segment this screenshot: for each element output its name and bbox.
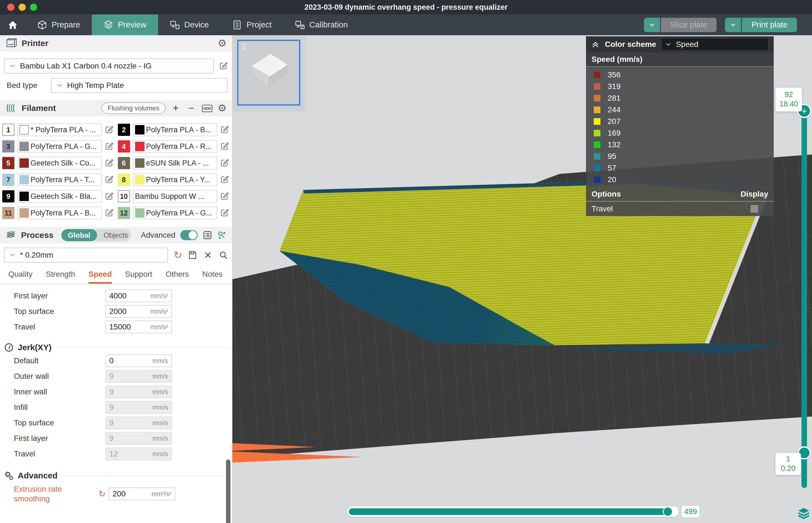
nav-tab-calibration[interactable]: Calibration xyxy=(283,14,359,35)
filament-edit-button[interactable] xyxy=(105,208,114,218)
filament-number-badge[interactable]: 1 xyxy=(2,124,14,136)
color-scheme-select[interactable]: Speed xyxy=(661,38,769,51)
param-field[interactable]: 2000mm/s² xyxy=(105,305,172,318)
filament-edit-button[interactable] xyxy=(220,125,229,134)
filament-edit-button[interactable] xyxy=(220,142,229,151)
print-dropdown-button[interactable] xyxy=(725,18,741,32)
parameter-search-icon[interactable] xyxy=(217,230,227,240)
filament-slot-5: 5Geetech Silk - Co... xyxy=(2,157,114,169)
param-field[interactable]: 0mm/s xyxy=(105,355,172,367)
param-field[interactable]: 15000mm/s² xyxy=(105,321,172,333)
slice-dropdown-button[interactable] xyxy=(644,18,660,32)
legend-item: 356 xyxy=(586,69,774,81)
process-preset-select[interactable]: * 0.20mm xyxy=(4,248,168,263)
filament-preset-select[interactable]: * PolyTerra PLA - ... xyxy=(17,123,102,136)
filament-preset-select[interactable]: PolyTerra PLA - B... xyxy=(133,123,217,136)
filament-edit-button[interactable] xyxy=(105,142,114,151)
layer-slider-track[interactable] xyxy=(801,111,807,488)
extrusion-rate-smoothing-field[interactable]: 200 mm³/s² xyxy=(109,487,175,500)
advanced-toggle[interactable] xyxy=(180,230,198,240)
filament-number-badge[interactable]: 9 xyxy=(2,190,14,202)
filament-edit-button[interactable] xyxy=(105,158,114,168)
process-tab-speed[interactable]: Speed xyxy=(88,270,112,284)
delete-preset-button[interactable] xyxy=(203,250,213,260)
filament-preset-select[interactable]: PolyTerra PLA - B... xyxy=(17,206,102,219)
param-field: 9mm/s xyxy=(105,370,172,383)
filament-number-badge[interactable]: 10 xyxy=(118,190,130,202)
filament-number-badge[interactable]: 7 xyxy=(2,174,14,186)
move-slider-track[interactable] xyxy=(347,506,679,517)
nav-tab-prepare[interactable]: Prepare xyxy=(25,14,92,35)
chevron-down-icon xyxy=(729,21,737,29)
filament-number-badge[interactable]: 8 xyxy=(118,174,130,186)
filament-preset-select[interactable]: Bambu Support W ... xyxy=(133,190,217,203)
filament-number-badge[interactable]: 4 xyxy=(118,140,130,152)
slice-plate-button[interactable]: Slice plate xyxy=(661,18,717,32)
reset-preset-button[interactable]: ↻ xyxy=(174,250,182,260)
printer-settings-gear-icon[interactable]: ⚙ xyxy=(218,38,227,48)
plate-thumbnail[interactable]: 1 xyxy=(237,40,300,106)
filament-number-badge[interactable]: 12 xyxy=(118,207,130,219)
travel-checkbox[interactable] xyxy=(751,205,758,213)
filament-number-badge[interactable]: 3 xyxy=(2,140,14,152)
filament-edit-button[interactable] xyxy=(220,158,229,168)
param-unit: mm/s² xyxy=(150,292,168,300)
search-parameters-button[interactable] xyxy=(218,250,229,260)
print-plate-button[interactable]: Print plate xyxy=(742,18,797,32)
settings-list-icon[interactable] xyxy=(203,230,212,240)
filament-preset-select[interactable]: PolyTerra PLA - Y... xyxy=(133,173,217,186)
filament-number-badge[interactable]: 6 xyxy=(118,157,130,169)
filament-edit-button[interactable] xyxy=(220,175,229,184)
filament-preset-select[interactable]: eSUN Silk PLA - ... xyxy=(133,157,217,169)
param-field[interactable]: 4000mm/s² xyxy=(105,289,172,302)
filament-preset-select[interactable]: PolyTerra PLA - G... xyxy=(17,140,102,153)
filament-edit-button[interactable] xyxy=(105,175,114,184)
process-tab-strength[interactable]: Strength xyxy=(46,270,75,284)
process-scope-global[interactable]: Global xyxy=(61,229,97,241)
filament-settings-gear-icon[interactable]: ⚙ xyxy=(218,103,227,113)
filament-preset-select[interactable]: Geetech Silk - Bla... xyxy=(17,190,102,203)
save-preset-button[interactable] xyxy=(187,250,197,260)
chevron-down-icon xyxy=(56,82,63,89)
nav-tab-device[interactable]: Device xyxy=(158,14,220,35)
process-tab-support[interactable]: Support xyxy=(125,270,152,284)
filament-number-badge[interactable]: 5 xyxy=(2,157,14,169)
printer-edit-button[interactable] xyxy=(219,61,228,71)
filament-edit-button[interactable] xyxy=(220,192,229,201)
add-filament-button[interactable]: + xyxy=(170,102,181,114)
nav-tab-project[interactable]: Project xyxy=(220,14,283,35)
filament-color-swatch xyxy=(135,175,144,184)
legend-item: 244 xyxy=(586,104,774,115)
jerk-row: Outer wall9mm/s xyxy=(0,368,232,384)
legend-value: 132 xyxy=(608,140,621,149)
ams-icon[interactable] xyxy=(202,103,213,113)
flushing-volumes-button[interactable]: Flushing volumes xyxy=(102,102,166,114)
sidebar-scrollbar[interactable] xyxy=(226,459,231,523)
printer-preset-select[interactable]: Bambu Lab X1 Carbon 0.4 nozzle - IG xyxy=(4,58,214,73)
filament-number-badge[interactable]: 11 xyxy=(2,207,14,219)
filament-color-swatch xyxy=(19,125,29,134)
layers-corner-icon[interactable] xyxy=(798,507,810,519)
filament-preset-select[interactable]: PolyTerra PLA - T... xyxy=(17,173,102,186)
3d-viewport[interactable]: 1 Color scheme Speed Speed (mm/s) 356319… xyxy=(232,35,812,523)
home-button[interactable] xyxy=(0,14,25,35)
remove-filament-button[interactable]: − xyxy=(186,102,197,114)
filament-preset-select[interactable]: PolyTerra PLA - R... xyxy=(133,140,217,153)
filament-edit-button[interactable] xyxy=(105,125,114,134)
process-scope-objects[interactable]: Objects xyxy=(97,229,131,241)
param-value: 9 xyxy=(109,403,152,412)
filament-preset-select[interactable]: Geetech Silk - Co... xyxy=(17,157,102,169)
filament-edit-button[interactable] xyxy=(105,192,114,201)
nav-tab-preview[interactable]: Preview xyxy=(92,14,158,35)
filament-preset-select[interactable]: PolyTerra PLA - G... xyxy=(133,206,217,219)
bed-type-select[interactable]: High Temp Plate xyxy=(51,78,228,93)
filament-edit-button[interactable] xyxy=(220,208,229,218)
filament-slot-6: 6eSUN Silk PLA - ... xyxy=(118,157,230,169)
process-tab-quality[interactable]: Quality xyxy=(8,270,33,284)
move-slider-handle[interactable] xyxy=(663,507,673,517)
filament-number-badge[interactable]: 2 xyxy=(118,124,130,136)
collapse-panel-icon[interactable] xyxy=(591,40,600,49)
process-tab-others[interactable]: Others xyxy=(166,270,189,284)
process-tab-notes[interactable]: Notes xyxy=(202,270,222,284)
undo-parameter-button[interactable]: ↻ xyxy=(97,490,107,498)
